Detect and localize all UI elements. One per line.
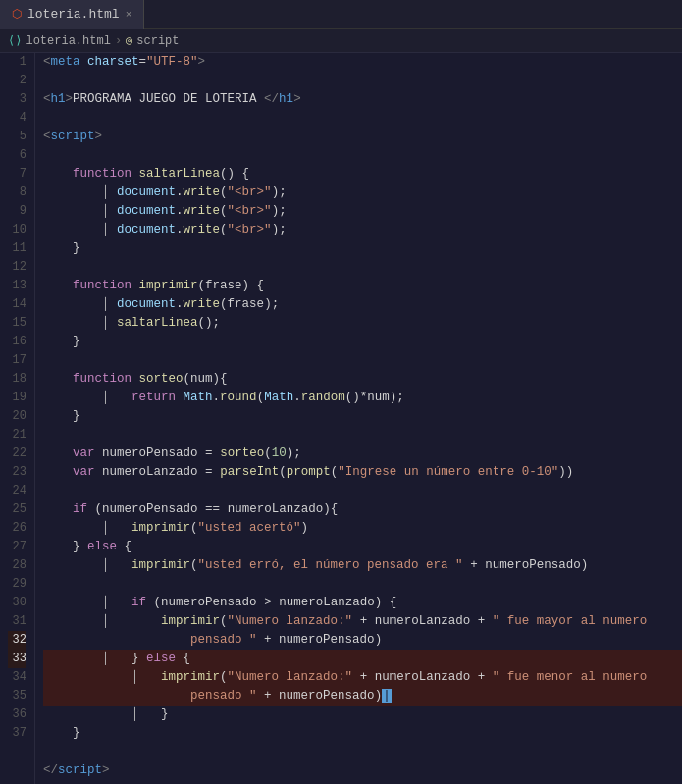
code-line-28: │ imprimir("usted erró, el número pensad…: [43, 556, 682, 575]
breadcrumb-sep: ›: [115, 34, 122, 48]
close-icon[interactable]: ×: [126, 9, 132, 21]
code-line-5: <script>: [43, 128, 682, 146]
code-line-7: function saltarLinea() {: [43, 165, 682, 183]
code-line-18: function sorteo(num){: [43, 370, 682, 389]
editor-area: 1 2 3 4 5 6 7 8 9 10 11 12 13 14 15 16 1…: [0, 53, 682, 784]
code-content[interactable]: <meta charset="UTF-8"> <h1>PROGRAMA JUEG…: [35, 53, 682, 784]
code-line-11: }: [43, 239, 682, 258]
code-line-15: │ saltarLinea();: [43, 314, 682, 333]
code-line-17: [43, 351, 682, 370]
tab-label: loteria.html: [27, 7, 120, 22]
breadcrumb-section: script: [136, 34, 179, 48]
code-line-22: var numeroPensado = sorteo(10);: [43, 444, 682, 463]
code-line-27: } else {: [43, 538, 682, 556]
code-line-30: │ if (numeroPensado > numeroLanzado) {: [43, 594, 682, 612]
code-line-14: │ document.write(frase);: [43, 295, 682, 314]
code-line-1: <meta charset="UTF-8">: [43, 53, 682, 72]
code-line-6: [43, 146, 682, 165]
code-line-37: </script>: [43, 761, 682, 780]
code-line-24: [43, 482, 682, 500]
code-line-9: │ document.write("<br>");: [43, 202, 682, 221]
code-line-23: var numeroLanzado = parseInt(prompt("Ing…: [43, 463, 682, 482]
breadcrumb-bar: ⟨⟩ loteria.html › ◎ script: [0, 29, 682, 53]
html-icon: ⬡: [12, 7, 22, 22]
code-line-8: │ document.write("<br>");: [43, 183, 682, 202]
code-line-36: [43, 743, 682, 761]
code-line-29: [43, 575, 682, 594]
code-line-35: }: [43, 724, 682, 743]
code-line-16: }: [43, 333, 682, 351]
code-line-26: │ imprimir("usted acertó"): [43, 519, 682, 538]
code-line-3: <h1>PROGRAMA JUEGO DE LOTERIA </h1>: [43, 90, 682, 109]
line-numbers: 1 2 3 4 5 6 7 8 9 10 11 12 13 14 15 16 1…: [0, 53, 35, 784]
code-line-12: [43, 258, 682, 277]
code-line-10: │ document.write("<br>");: [43, 221, 682, 239]
code-line-19: │ return Math.round(Math.random()*num);: [43, 389, 682, 407]
tab-bar: ⬡ loteria.html ×: [0, 0, 682, 29]
code-line-13: function imprimir(frase) {: [43, 277, 682, 295]
tab-loteria[interactable]: ⬡ loteria.html ×: [0, 0, 144, 29]
code-line-4: [43, 109, 682, 128]
code-line-31b: pensado " + numeroPensado): [43, 631, 682, 650]
code-line-31: │ imprimir("Numero lanzado:" + numeroLan…: [43, 612, 682, 631]
code-line-20: }: [43, 407, 682, 426]
code-line-32: │ } else {: [43, 650, 682, 668]
code-line-21: [43, 426, 682, 444]
code-line-2: [43, 72, 682, 90]
script-icon: ◎: [126, 33, 132, 48]
code-line-33: │ imprimir("Numero lanzado:" + numeroLan…: [43, 668, 682, 687]
breadcrumb-file[interactable]: loteria.html: [26, 34, 110, 48]
code-icon: ⟨⟩: [8, 33, 22, 48]
code-line-33b: pensado " + numeroPensado)|: [43, 687, 682, 706]
code-line-25: if (numeroPensado == numeroLanzado){: [43, 500, 682, 519]
code-line-34: │ }: [43, 706, 682, 724]
